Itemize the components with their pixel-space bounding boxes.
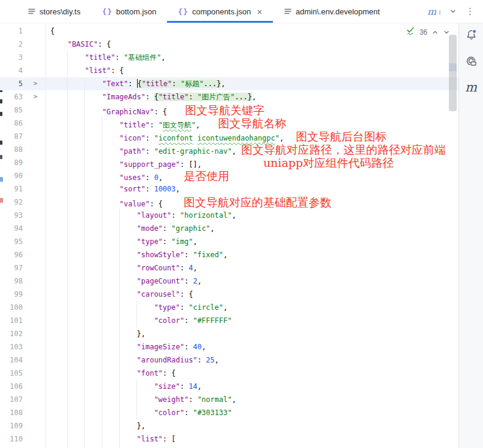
code-line[interactable]: 90 "uses": 0,是否使用	[0, 169, 458, 182]
line-number: 98	[0, 275, 23, 288]
code-line[interactable]: 2 "BASIC": {	[0, 38, 458, 51]
code-text: "weight": "normal",	[0, 393, 236, 406]
code-line[interactable]: 91 "sort": 10003,	[0, 182, 458, 196]
code-line[interactable]: 101 "color": "#FFFFFF"	[0, 314, 458, 327]
code-text: "font": {	[0, 367, 176, 380]
show-hidden-tabs-chevron-icon[interactable]	[449, 7, 457, 16]
code-line[interactable]: 111 {	[0, 446, 458, 448]
code-line[interactable]: 105 "font": {	[0, 367, 458, 380]
code-line[interactable]: 100 "type": "circle",	[0, 301, 458, 314]
code-line[interactable]: 4 "list": {	[0, 64, 458, 77]
code-line[interactable]: 86 "title": "图文导航",图文导航名称	[0, 117, 458, 130]
editor-scrollbar[interactable]	[449, 23, 457, 448]
code-text: "layout": "horizontal",	[0, 209, 236, 222]
main-content: 1{2 "BASIC": {3 "title": "基础组件",4 "list"…	[0, 23, 483, 448]
code-line[interactable]: 94 "mode": "graphic",	[0, 222, 458, 235]
text-file-icon	[28, 7, 36, 16]
line-number: 85	[0, 103, 23, 117]
notifications-bell-icon[interactable]	[464, 28, 478, 41]
line-number: 99	[0, 288, 23, 301]
tab-stores-diy-ts[interactable]: stores\diy.ts	[17, 0, 91, 23]
code-line[interactable]: 102 },	[0, 327, 458, 340]
code-text: {	[0, 446, 159, 448]
line-number: 91	[0, 182, 23, 196]
code-text: "title": "基础组件",	[0, 51, 166, 64]
code-line[interactable]: 95 "type": "img",	[0, 235, 458, 248]
code-text: "rowCount": 4,	[0, 261, 198, 275]
annotation-text: 图文导航关键字	[185, 103, 265, 117]
code-text: "imageSize": 40,	[0, 340, 206, 353]
tab-label: bottom.json	[116, 7, 156, 16]
fold-arrow-icon[interactable]: >	[34, 77, 38, 90]
code-line[interactable]: 109 },	[0, 419, 458, 432]
code-line[interactable]: 92 "value": {图文导航对应的基础配置参数	[0, 196, 458, 209]
code-line[interactable]: 3 "title": "基础组件",	[0, 51, 458, 64]
code-text: "list": [	[0, 432, 176, 446]
line-number: 100	[0, 301, 23, 314]
code-line[interactable]: 96 "showStyle": "fixed",	[0, 248, 458, 261]
code-line[interactable]: 5> "Text": {"title": "标题"...},	[0, 77, 458, 90]
prev-problem-chevron-icon[interactable]	[432, 29, 439, 36]
line-number: 89	[0, 156, 23, 169]
scrollbar-thumb[interactable]	[449, 35, 457, 111]
tab-bar-actions: m ⋮	[427, 0, 483, 23]
code-line[interactable]: 110 "list": [	[0, 432, 458, 446]
line-number: 63	[0, 90, 23, 103]
code-line[interactable]: 85 "GraphicNav": {图文导航关键字	[0, 103, 458, 117]
code-lines: 1{2 "BASIC": {3 "title": "基础组件",4 "list"…	[0, 25, 458, 448]
line-number: 87	[0, 130, 23, 143]
code-line[interactable]: 97 "rowCount": 4,	[0, 261, 458, 275]
code-text: "aroundRadius": 25,	[0, 353, 219, 367]
code-line[interactable]: 99 "carousel": {	[0, 288, 458, 301]
tab-admin-env-development[interactable]: admin\.env.development	[273, 0, 391, 23]
tab-components-json[interactable]: {} components.json ×	[167, 0, 273, 23]
tab-options-kebab-icon[interactable]: ⋮	[466, 6, 475, 17]
code-line[interactable]: 104 "aroundRadius": 25,	[0, 353, 458, 367]
code-line[interactable]: 98 "pageCount": 2,	[0, 275, 458, 288]
tab-m-partial[interactable]: m	[427, 6, 441, 17]
tab-bottom-json[interactable]: {} bottom.json	[91, 0, 167, 23]
code-text: "size": 14,	[0, 380, 202, 393]
code-line[interactable]: 108 "color": "#303133"	[0, 406, 458, 419]
line-number: 104	[0, 353, 23, 367]
code-editor[interactable]: 1{2 "BASIC": {3 "title": "基础组件",4 "list"…	[0, 23, 458, 448]
inspection-count: 36	[420, 28, 427, 36]
code-line[interactable]: 103 "imageSize": 40,	[0, 340, 458, 353]
code-line[interactable]: 107 "weight": "normal",	[0, 393, 458, 406]
m-plugin-tool-icon[interactable]: m	[464, 81, 478, 94]
code-line[interactable]: 87 "icon": "iconfont icontuwendaohangpc"…	[0, 130, 458, 143]
line-number: 4	[0, 64, 23, 77]
annotation-text: uniapp对应组件代码路径	[263, 156, 394, 169]
code-line[interactable]: 106 "size": 14,	[0, 380, 458, 393]
code-text: "type": "img",	[0, 235, 198, 248]
code-line[interactable]: 1{	[0, 25, 458, 38]
line-number: 103	[0, 340, 23, 353]
code-line[interactable]: 93 "layout": "horizontal",	[0, 209, 458, 222]
line-number: 110	[0, 432, 23, 446]
annotation-text: 图文导航名称	[218, 117, 286, 130]
fold-arrow-icon[interactable]: >	[34, 90, 38, 103]
line-number: 2	[0, 38, 23, 51]
broadcast-tool-icon[interactable]	[464, 54, 478, 68]
annotation-text: 是否使用	[184, 169, 229, 182]
code-line[interactable]: 88 "path": "edit-graphic-nav",图文导航对应路径，这…	[0, 143, 458, 156]
code-line[interactable]: 89 "support_page": [],uniapp对应组件代码路径	[0, 156, 458, 169]
clipped-tab-fragment	[439, 10, 441, 15]
line-number: 101	[0, 314, 23, 327]
code-text: "type": "circle",	[0, 301, 227, 314]
line-number: 1	[0, 25, 23, 38]
tab-label: components.json	[192, 7, 251, 16]
line-number: 88	[0, 143, 23, 156]
line-number: 93	[0, 209, 23, 222]
json-file-icon: {}	[102, 7, 113, 16]
close-tab-icon[interactable]: ×	[257, 7, 262, 16]
tab-bar-left-pad	[0, 0, 17, 23]
inspections-widget[interactable]: 36	[405, 26, 451, 38]
line-number: 107	[0, 393, 23, 406]
annotation-text: 图文导航对应的基础配置参数	[184, 196, 332, 209]
tab-label: admin\.env.development	[296, 7, 380, 16]
code-line[interactable]: 63> "ImageAds": {"title": "图片广告"...},	[0, 90, 458, 103]
typo-check-icon	[406, 26, 415, 38]
text-file-icon	[284, 7, 292, 16]
line-number: 109	[0, 419, 23, 432]
